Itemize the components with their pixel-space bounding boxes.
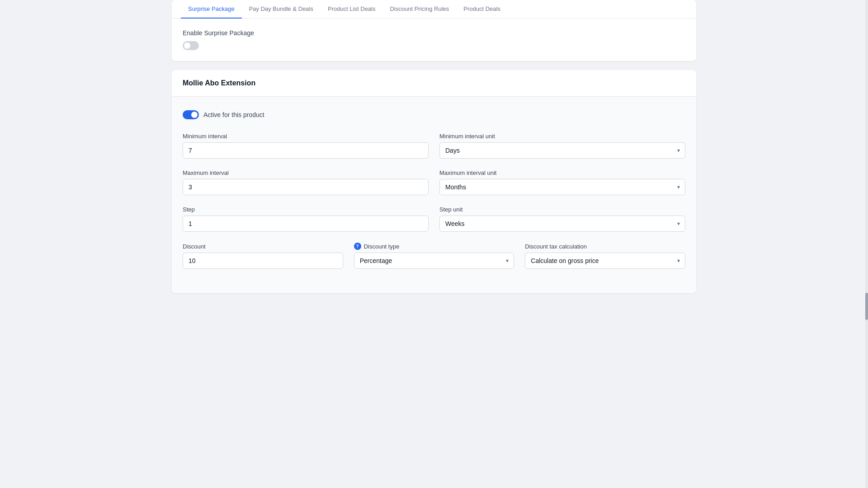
max-interval-row: Maximum interval Maximum interval unit D…: [183, 169, 685, 195]
scrollbar[interactable]: [865, 0, 868, 488]
step-row: Step Step unit Days Weeks Months ▾: [183, 206, 685, 232]
discount-tax-label: Discount tax calculation: [525, 243, 685, 250]
surprise-package-section: Enable Surprise Package: [183, 29, 685, 50]
tab-product-deals[interactable]: Product Deals: [456, 0, 508, 19]
enable-surprise-package-toggle[interactable]: [183, 41, 199, 50]
min-interval-input[interactable]: [183, 142, 429, 159]
min-interval-unit-wrapper: Days Weeks Months ▾: [439, 142, 685, 159]
step-group: Step: [183, 206, 429, 232]
step-unit-wrapper: Days Weeks Months ▾: [439, 216, 685, 232]
mollie-card-body: Active for this product Minimum interval…: [172, 97, 696, 293]
discount-row: Discount ? Discount type Percentage Fixe…: [183, 243, 685, 269]
step-unit-group: Step unit Days Weeks Months ▾: [439, 206, 685, 232]
max-interval-label: Maximum interval: [183, 169, 429, 176]
tab-product-list-deals[interactable]: Product List Deals: [321, 0, 383, 19]
min-interval-unit-label: Minimum interval unit: [439, 133, 685, 140]
step-unit-select[interactable]: Days Weeks Months: [439, 216, 685, 232]
scrollbar-thumb[interactable]: [865, 293, 868, 320]
active-slider: [183, 110, 199, 119]
active-label: Active for this product: [203, 111, 264, 118]
active-toggle[interactable]: [183, 110, 199, 119]
active-row: Active for this product: [183, 110, 685, 119]
min-interval-group: Minimum interval: [183, 133, 429, 159]
max-interval-group: Maximum interval: [183, 169, 429, 195]
discount-tax-wrapper: Calculate on gross price Calculate on ne…: [525, 253, 685, 269]
mollie-section-title: Mollie Abo Extension: [172, 70, 696, 97]
enable-surprise-package-label: Enable Surprise Package: [183, 29, 685, 37]
max-interval-input[interactable]: [183, 179, 429, 195]
tab-pay-day-bundle[interactable]: Pay Day Bundle & Deals: [242, 0, 321, 19]
discount-input[interactable]: [183, 253, 343, 269]
min-interval-unit-select[interactable]: Days Weeks Months: [439, 142, 685, 159]
max-interval-unit-wrapper: Days Weeks Months ▾: [439, 179, 685, 195]
discount-group: Discount: [183, 243, 343, 269]
discount-type-wrapper: Percentage Fixed amount ▾: [354, 253, 514, 269]
mollie-abo-card: Mollie Abo Extension Active for this pro…: [172, 70, 696, 293]
help-icon[interactable]: ?: [354, 243, 361, 250]
step-unit-label: Step unit: [439, 206, 685, 213]
max-interval-unit-group: Maximum interval unit Days Weeks Months …: [439, 169, 685, 195]
max-interval-unit-label: Maximum interval unit: [439, 169, 685, 176]
enable-surprise-package-slider: [183, 41, 199, 50]
discount-type-label-text: Discount type: [364, 243, 400, 250]
tab-discount-pricing-rules[interactable]: Discount Pricing Rules: [382, 0, 456, 19]
discount-tax-select[interactable]: Calculate on gross price Calculate on ne…: [525, 253, 685, 269]
min-interval-label: Minimum interval: [183, 133, 429, 140]
discount-label: Discount: [183, 243, 343, 250]
max-interval-unit-select[interactable]: Days Weeks Months: [439, 179, 685, 195]
discount-type-group: ? Discount type Percentage Fixed amount …: [354, 243, 514, 269]
step-input[interactable]: [183, 216, 429, 232]
discount-tax-group: Discount tax calculation Calculate on gr…: [525, 243, 685, 269]
tab-surprise-package[interactable]: Surprise Package: [181, 0, 242, 19]
min-interval-unit-group: Minimum interval unit Days Weeks Months …: [439, 133, 685, 159]
discount-type-select[interactable]: Percentage Fixed amount: [354, 253, 514, 269]
discount-type-label: ? Discount type: [354, 243, 514, 250]
step-label: Step: [183, 206, 429, 213]
tab-navigation: Surprise Package Pay Day Bundle & Deals …: [172, 0, 696, 19]
min-interval-row: Minimum interval Minimum interval unit D…: [183, 133, 685, 159]
